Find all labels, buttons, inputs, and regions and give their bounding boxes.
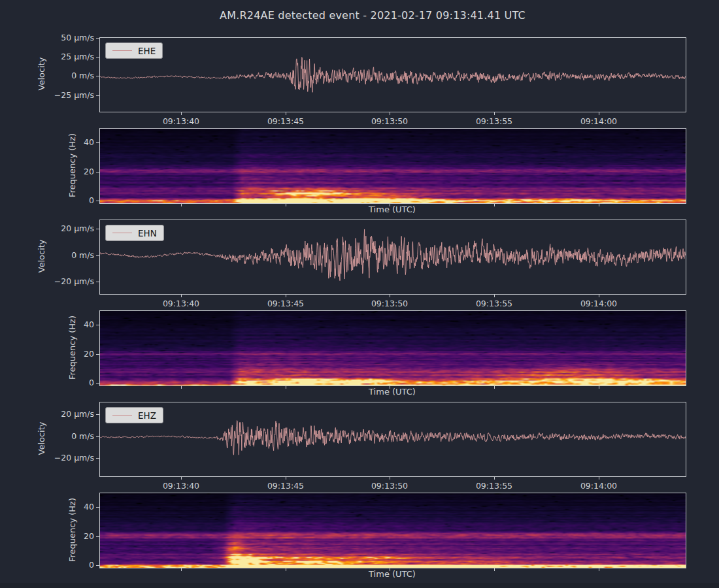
spectrogram-ehz-canvas [100, 493, 686, 568]
xlabel-time-ehz: Time (UTC) [99, 569, 685, 580]
axis-tick-mark [96, 354, 99, 355]
y-tick-label: 20 [0, 167, 94, 176]
x-tick-label: 09:13:50 [363, 116, 416, 126]
axis-tick-mark [96, 383, 99, 384]
spectrogram-panel-ehe [99, 128, 686, 204]
axis-tick-mark [599, 568, 599, 571]
x-tick-label: 09:14:00 [573, 481, 625, 491]
legend-ehe: EHE [105, 42, 163, 59]
axis-tick-mark [494, 204, 495, 206]
legend-ehz: EHZ [105, 407, 163, 423]
x-tick-label: 09:13:40 [155, 481, 207, 491]
axis-tick-mark [599, 386, 599, 389]
figure-title: AM.R24AE detected event - 2021-02-17 09:… [80, 9, 665, 25]
figure-bottom-margin [0, 583, 719, 588]
y-tick-label: 0 m/s [0, 250, 94, 260]
x-tick-label: 09:14:00 [573, 116, 625, 126]
x-tick-label: 09:14:00 [573, 299, 625, 308]
waveform-ehe-canvas [100, 38, 686, 112]
y-tick-label: 0 [0, 378, 94, 387]
y-tick-label: −20 μm/s [0, 453, 94, 463]
axis-tick-mark [181, 386, 182, 389]
axis-tick-mark [494, 112, 495, 115]
x-tick-label: 09:13:55 [468, 116, 520, 126]
y-tick-label: 25 μm/s [0, 52, 94, 61]
seismogram-figure: AM.R24AE detected event - 2021-02-17 09:… [0, 0, 719, 588]
legend-label-ehz: EHZ [138, 410, 156, 421]
spectrogram-panel-ehz [99, 493, 686, 568]
axis-tick-mark [286, 112, 286, 115]
axis-tick-mark [96, 142, 99, 143]
axis-tick-mark [96, 436, 99, 437]
legend-ehn: EHN [105, 225, 164, 241]
axis-tick-mark [494, 295, 495, 297]
waveform-ehz-canvas [100, 402, 686, 476]
x-tick-label: 09:13:50 [363, 481, 416, 491]
axis-tick-mark [96, 507, 99, 508]
axis-tick-mark [181, 204, 182, 206]
spectrogram-panel-ehn [99, 310, 686, 386]
axis-tick-mark [390, 295, 390, 297]
legend-label-ehn: EHN [138, 228, 157, 238]
axis-tick-mark [494, 386, 495, 389]
axis-tick-mark [96, 57, 99, 57]
axis-tick-mark [96, 536, 99, 537]
x-tick-label: 09:13:50 [363, 299, 416, 308]
axis-tick-mark [96, 201, 99, 201]
axis-tick-mark [390, 568, 390, 571]
y-tick-label: 40 [0, 137, 94, 147]
waveform-ehn-canvas [100, 220, 686, 294]
axis-tick-mark [96, 414, 99, 415]
x-tick-label: 09:13:45 [259, 116, 312, 126]
x-tick-label: 09:13:40 [155, 116, 207, 126]
axis-tick-mark [96, 229, 99, 229]
y-tick-label: 40 [0, 319, 94, 329]
y-tick-label: 20 μm/s [0, 409, 94, 419]
y-tick-label: 0 m/s [0, 431, 94, 441]
x-tick-label: 09:13:40 [155, 299, 207, 308]
axis-tick-mark [181, 112, 182, 115]
y-tick-label: 20 [0, 349, 94, 359]
axis-tick-mark [390, 204, 390, 206]
axis-tick-mark [96, 76, 99, 76]
x-tick-label: 09:13:45 [259, 299, 312, 308]
waveform-panel-ehn: EHN [99, 220, 686, 295]
y-tick-label: −25 μm/s [0, 90, 94, 100]
axis-tick-mark [390, 477, 390, 480]
waveform-panel-ehz: EHZ [99, 402, 686, 477]
axis-tick-mark [96, 172, 99, 172]
axis-tick-mark [96, 38, 99, 39]
x-tick-label: 09:13:55 [468, 481, 520, 491]
axis-tick-mark [390, 386, 390, 389]
xlabel-time-ehn: Time (UTC) [99, 387, 685, 397]
x-tick-label: 09:13:55 [468, 299, 520, 308]
legend-line-sample-icon [112, 50, 132, 51]
axis-tick-mark [286, 477, 286, 480]
legend-line-sample-icon [112, 233, 132, 233]
axis-tick-mark [181, 477, 182, 480]
axis-tick-mark [390, 112, 390, 115]
xlabel-time-ehe: Time (UTC) [99, 204, 685, 215]
axis-tick-mark [96, 95, 99, 96]
y-tick-label: 20 μm/s [0, 223, 94, 233]
axis-tick-mark [494, 568, 495, 571]
axis-tick-mark [599, 112, 599, 115]
axis-tick-mark [599, 295, 599, 297]
axis-tick-mark [286, 204, 286, 206]
waveform-panel-ehe: EHE [99, 37, 686, 112]
y-tick-label: −20 μm/s [0, 276, 94, 286]
y-tick-label: 0 [0, 560, 94, 570]
y-tick-label: 50 μm/s [0, 33, 94, 42]
axis-tick-mark [181, 568, 182, 571]
axis-tick-mark [286, 386, 286, 389]
axis-tick-mark [96, 255, 99, 256]
axis-tick-mark [286, 568, 286, 571]
legend-line-sample-icon [112, 415, 132, 416]
axis-tick-mark [96, 458, 99, 459]
y-tick-label: 40 [0, 502, 94, 512]
legend-label-ehe: EHE [138, 46, 156, 56]
y-tick-label: 20 [0, 531, 94, 541]
axis-tick-mark [599, 204, 599, 206]
axis-tick-mark [96, 282, 99, 282]
y-tick-label: 0 [0, 195, 94, 205]
